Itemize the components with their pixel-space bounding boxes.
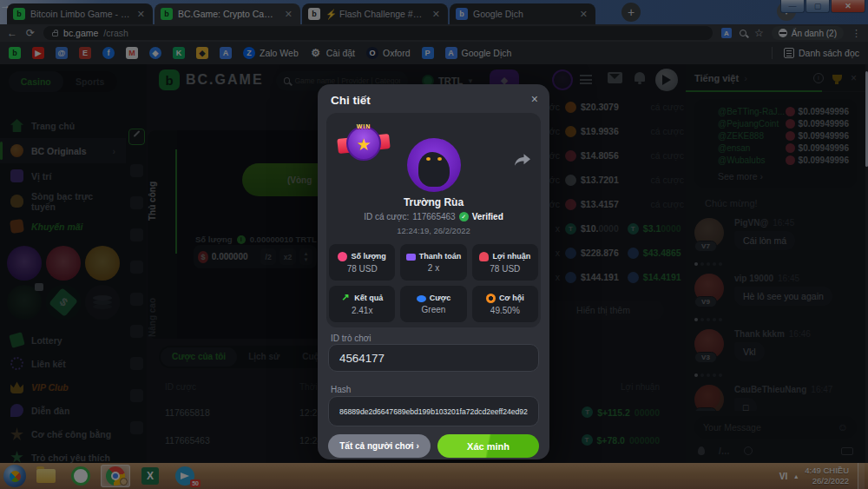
bcgame-page: Casino Sports Trang chủ BC Originals › — [0, 64, 868, 463]
stat-label: Cược — [430, 294, 450, 302]
game-id-label: ID trò chơi — [331, 334, 372, 343]
bet-id-value: 117665463 — [412, 212, 455, 221]
stat-value: 78 USD — [490, 264, 520, 274]
win-label: WIN — [342, 123, 385, 129]
stat-tile: Cơ hội 49.50% — [472, 286, 538, 322]
share-icon[interactable] — [515, 154, 530, 166]
stat-value: 2.41x — [352, 306, 372, 315]
stat-value: Green — [422, 305, 446, 314]
stat-tile: Lợi nhuận 78 USD — [472, 244, 538, 281]
stat-icon — [479, 252, 489, 261]
game-id-input[interactable] — [339, 352, 528, 365]
stat-icon — [338, 252, 347, 261]
browser-toolbar: ← → ⟳ bc.game/crash A ☆ Ẩn danh (2) ⋮ — [0, 24, 868, 42]
stat-label: Cơ hội — [499, 294, 524, 302]
screen: b Bitcoin Limbo Game - Play Limbo ✕ b BC… — [0, 0, 868, 489]
modal-title: Chi tiết — [331, 94, 371, 107]
win-badge: ★ WIN — [342, 122, 385, 164]
bet-datetime: 12:24:19, 26/2/2022 — [318, 226, 549, 235]
game-id-field[interactable] — [328, 344, 539, 372]
verified-label: Verified — [472, 212, 503, 221]
stat-icon — [417, 295, 426, 302]
bet-id-line: ID cá cược: 117665463 ✓ Verified — [318, 212, 549, 221]
stat-icon — [486, 294, 496, 303]
hash-label: Hash — [331, 385, 351, 394]
stat-tile: Kết quả 2.41x — [329, 286, 395, 322]
stat-value: 49.50% — [490, 306, 520, 315]
verify-button[interactable]: Xác minh — [437, 434, 539, 458]
all-players-button[interactable]: Tất cả người chơi › — [328, 434, 431, 458]
stat-icon — [341, 294, 351, 303]
bet-stats-grid: Số lượng 78 USD Thanh toán 2 x Lợi nhuận… — [329, 244, 538, 322]
stat-label: Thanh toán — [419, 252, 462, 261]
win-medal: ★ — [346, 126, 381, 161]
bet-details-modal: Chi tiết × ★ WIN Trường Rùa ID cá cược: … — [318, 84, 549, 459]
star-icon: ★ — [356, 135, 371, 155]
stat-label: Số lượng — [351, 252, 385, 261]
player-avatar[interactable] — [407, 138, 461, 192]
stat-tile: Thanh toán 2 x — [400, 244, 466, 281]
player-name: Trường Rùa — [318, 196, 549, 208]
stat-label: Kết quả — [354, 294, 383, 302]
stat-value: 2 x — [428, 263, 439, 273]
stat-value: 78 USD — [347, 264, 378, 274]
hash-field[interactable] — [328, 396, 539, 426]
modal-close-icon[interactable]: × — [531, 92, 538, 106]
hash-input[interactable] — [339, 407, 528, 416]
stat-icon — [406, 254, 416, 261]
bet-id-label: ID cá cược: — [364, 212, 409, 221]
stat-tile: Số lượng 78 USD — [329, 244, 395, 281]
stat-tile: Cược Green — [400, 286, 466, 322]
stat-label: Lợi nhuận — [492, 252, 530, 261]
verified-shield-icon: ✓ — [459, 212, 469, 221]
